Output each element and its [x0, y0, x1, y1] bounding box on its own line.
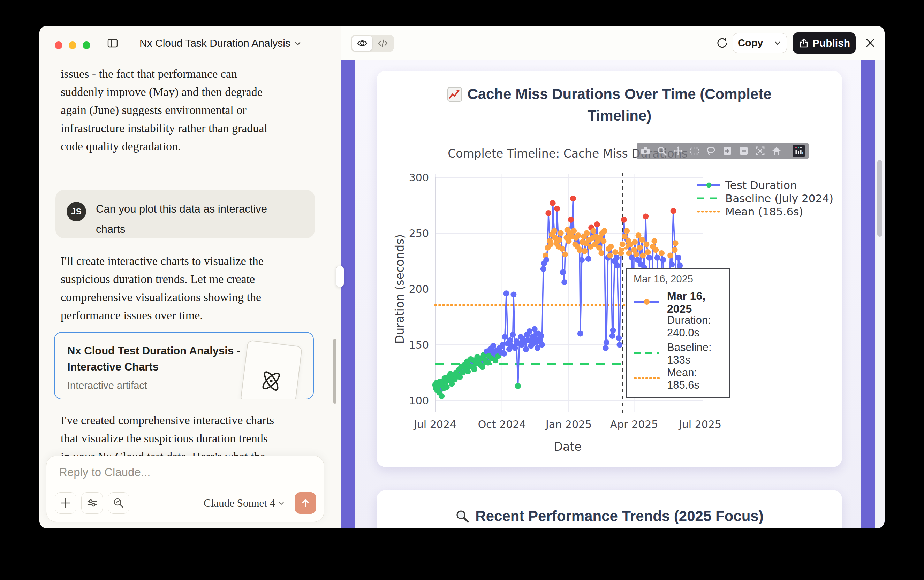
zoom-in-icon[interactable]: [722, 146, 733, 156]
close-icon: [864, 36, 877, 49]
sidebar-toggle-icon[interactable]: [107, 38, 118, 49]
tooltip-series-glyph: [634, 298, 667, 307]
conversation-title-label: Nx Cloud Task Duration Analysis: [139, 37, 290, 49]
chevron-down-icon: [293, 39, 302, 48]
artifact-scrollbar-thumb[interactable]: [877, 160, 882, 237]
user-message-bubble: JS Can you plot this data as interactive…: [55, 190, 315, 238]
reset-axes-icon[interactable]: [771, 146, 782, 156]
screen-background: Nx Cloud Task Duration Analysis issues -…: [0, 0, 924, 580]
svg-text:100: 100: [409, 395, 429, 407]
svg-text:Jul 2025: Jul 2025: [678, 418, 721, 430]
copy-button-label: Copy: [733, 37, 768, 49]
app-window: Nx Cloud Task Duration Analysis issues -…: [40, 26, 884, 529]
x-axis-title: Date: [554, 440, 582, 453]
copy-button[interactable]: Copy: [733, 33, 787, 53]
chat-scrollbar[interactable]: [333, 339, 337, 404]
tooltip-date-bold: Mar 16, 2025: [667, 290, 723, 315]
chart-increasing-icon: [447, 87, 462, 102]
arrow-up-icon: [300, 497, 311, 509]
composer-placeholder[interactable]: Reply to Claude...: [59, 466, 150, 479]
user-message-text: Can you plot this data as interactive ch…: [96, 199, 305, 239]
tooltip-mean-glyph: [634, 374, 667, 384]
svg-text:Mean (185.6s): Mean (185.6s): [725, 205, 803, 218]
box-select-icon[interactable]: [689, 146, 700, 156]
assistant-paragraph: I'll create interactive charts to visual…: [61, 252, 305, 325]
svg-text:200: 200: [409, 283, 429, 295]
zoom-icon[interactable]: [657, 146, 667, 156]
reply-composer[interactable]: Reply to Claude... Claude Sonnet 4: [46, 456, 324, 522]
tooltip-baseline-glyph: [634, 349, 667, 358]
copy-dropdown-button[interactable]: [769, 39, 787, 48]
attach-button[interactable]: [55, 492, 76, 514]
send-button[interactable]: [295, 492, 316, 514]
trends-card-title: Recent Performance Trends (2025 Focus): [376, 490, 842, 527]
artifact-preview-card[interactable]: Nx Cloud Test Duration Analysis - Intera…: [54, 332, 314, 399]
lasso-icon[interactable]: [706, 146, 716, 156]
tooltip-mean: Mean: 185.6s: [667, 366, 723, 391]
tools-button[interactable]: [81, 492, 103, 514]
artifact-card-subtitle: Interactive artifact: [67, 380, 147, 391]
timeline-chart[interactable]: Complete Timeline: Cache Miss Durations1…: [376, 136, 842, 467]
chart-legend[interactable]: Test DurationBaseline (July 2024)Mean (1…: [697, 179, 833, 218]
chart-tooltip: Mar 16, 2025 Mar 16, 2025 Duration: 240.…: [626, 268, 730, 398]
artifact-viewport: Cache Miss Durations Over Time (Complete…: [341, 60, 884, 529]
trends-chart-card: Recent Performance Trends (2025 Focus): [376, 490, 842, 529]
plotly-modebar: [637, 143, 808, 158]
assistant-paragraph: issues - the fact that performance can s…: [61, 65, 301, 155]
tooltip-duration: Duration: 240.0s: [667, 314, 723, 339]
search-trend-icon: [113, 497, 124, 509]
artifact-scrollbar-track[interactable]: [875, 60, 884, 529]
publish-button-label: Publish: [812, 37, 850, 49]
maximize-window-button[interactable]: [82, 41, 90, 49]
svg-text:250: 250: [409, 227, 429, 239]
model-name: Claude Sonnet 4: [204, 497, 275, 509]
svg-text:300: 300: [409, 171, 429, 184]
chart-card-title: Cache Miss Durations Over Time (Complete…: [376, 71, 842, 127]
code-tab[interactable]: [372, 36, 393, 51]
svg-text:Jan 2025: Jan 2025: [545, 418, 592, 430]
autoscale-icon[interactable]: [755, 146, 766, 156]
sliders-icon: [86, 497, 98, 509]
user-avatar: JS: [67, 202, 86, 221]
conversation-title[interactable]: Nx Cloud Task Duration Analysis: [139, 37, 300, 49]
camera-icon[interactable]: [640, 146, 651, 156]
model-selector[interactable]: Claude Sonnet 4: [204, 497, 285, 509]
close-window-button[interactable]: [55, 41, 63, 49]
artifact-panel: Copy Publish: [341, 26, 884, 529]
chevron-down-icon: [773, 39, 782, 48]
publish-button[interactable]: Publish: [793, 33, 856, 54]
artifact-topbar: Copy Publish: [341, 26, 884, 60]
pan-icon[interactable]: [673, 146, 683, 156]
code-icon: [377, 38, 388, 48]
chat-header: Nx Cloud Task Duration Analysis: [40, 26, 341, 60]
svg-text:Baseline (July 2024): Baseline (July 2024): [725, 192, 833, 204]
close-artifact-button[interactable]: [864, 36, 877, 49]
refresh-icon: [715, 36, 729, 50]
svg-text:Jul 2024: Jul 2024: [413, 418, 456, 430]
panel-resize-handle[interactable]: [336, 265, 344, 287]
zoom-out-icon[interactable]: [739, 146, 749, 156]
plotly-logo-icon[interactable]: [792, 145, 805, 157]
research-button[interactable]: [108, 492, 129, 514]
refresh-button[interactable]: [715, 36, 729, 50]
svg-text:Apr 2025: Apr 2025: [610, 418, 658, 430]
svg-text:Oct 2024: Oct 2024: [478, 418, 526, 430]
artifact-card-title: Nx Cloud Test Duration Analysis - Intera…: [67, 343, 240, 375]
magnifier-icon: [455, 509, 470, 524]
chart-title-text: Cache Miss Durations Over Time (Complete…: [467, 83, 771, 127]
chat-panel: Nx Cloud Task Duration Analysis issues -…: [40, 26, 341, 529]
timeline-chart-card: Cache Miss Durations Over Time (Complete…: [376, 71, 842, 467]
eye-icon: [357, 38, 368, 48]
svg-text:150: 150: [409, 339, 429, 351]
share-icon: [799, 38, 809, 48]
preview-tab[interactable]: [352, 36, 372, 51]
minimize-window-button[interactable]: [69, 41, 76, 49]
preview-code-toggle: [351, 35, 394, 52]
atom-icon: [254, 364, 289, 399]
y-axis-title: Duration (seconds): [393, 234, 407, 344]
plus-icon: [59, 497, 71, 509]
artifact-thumbnail: [240, 340, 303, 399]
trends-title-text: Recent Performance Trends (2025 Focus): [475, 506, 763, 527]
chevron-down-icon: [277, 499, 285, 508]
tooltip-baseline: Baseline: 133s: [667, 341, 723, 366]
